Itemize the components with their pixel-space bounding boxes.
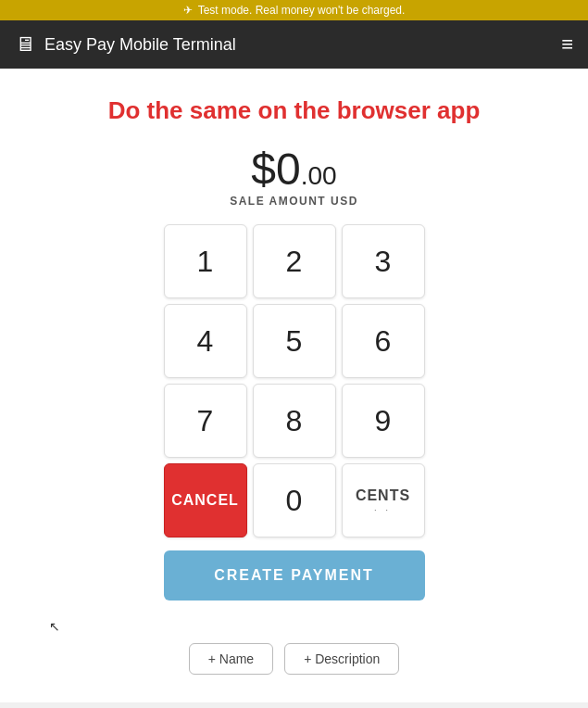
cents-button[interactable]: CENTS · ·	[342, 463, 425, 537]
add-name-button[interactable]: + Name	[189, 643, 273, 675]
main-content: Do the same on the browser app $0.00 SAL…	[0, 69, 588, 702]
amount-cents: .00	[301, 161, 337, 190]
cursor: ↖	[51, 623, 58, 630]
key-8[interactable]: 8	[253, 384, 336, 458]
key-7[interactable]: 7	[164, 384, 247, 458]
menu-button[interactable]: ≡	[561, 32, 573, 57]
cents-dots: · ·	[374, 506, 392, 514]
test-mode-banner: ✈ Test mode. Real money won't be charged…	[0, 0, 588, 20]
keypad: 1 2 3 4 5 6 7 8 9 CANCEL 0 CENTS · ·	[164, 224, 425, 537]
create-payment-button[interactable]: CREATE PAYMENT	[164, 550, 425, 601]
key-4[interactable]: 4	[164, 304, 247, 378]
cursor-area: ↖	[0, 615, 588, 643]
add-description-button[interactable]: + Description	[284, 643, 399, 675]
key-0[interactable]: 0	[253, 463, 336, 537]
plane-icon: ✈	[183, 4, 193, 17]
header-left: 🖥 Easy Pay Mobile Terminal	[15, 32, 236, 57]
amount-display: $0.00	[251, 144, 336, 195]
banner-text: Test mode. Real money won't be charged.	[198, 4, 406, 17]
amount-label: SALE AMOUNT USD	[230, 195, 358, 208]
key-5[interactable]: 5	[253, 304, 336, 378]
key-3[interactable]: 3	[342, 224, 425, 298]
key-1[interactable]: 1	[164, 224, 247, 298]
card-icon: 🖥	[15, 32, 35, 57]
instruction-text: Do the same on the browser app	[90, 87, 499, 134]
app-header: 🖥 Easy Pay Mobile Terminal ≡	[0, 20, 588, 69]
key-2[interactable]: 2	[253, 224, 336, 298]
key-6[interactable]: 6	[342, 304, 425, 378]
amount-dollars: $0	[251, 145, 300, 194]
key-9[interactable]: 9	[342, 384, 425, 458]
cents-label: CENTS	[356, 487, 410, 504]
cancel-button[interactable]: CANCEL	[164, 463, 247, 537]
bottom-buttons: + Name + Description	[189, 643, 400, 675]
app-title: Easy Pay Mobile Terminal	[44, 35, 236, 55]
